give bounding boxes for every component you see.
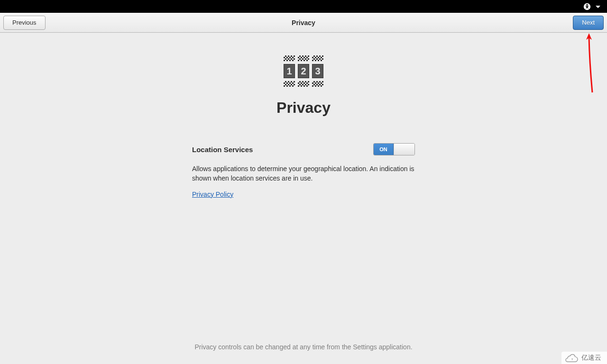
content-area: 1 2 3 Privacy Location Services ON Allow…: [0, 33, 607, 364]
digit-box: 2: [298, 64, 309, 78]
location-services-switch[interactable]: ON: [373, 143, 415, 155]
system-top-bar: [0, 0, 607, 13]
previous-button[interactable]: Previous: [3, 16, 46, 30]
location-services-label: Location Services: [192, 146, 253, 154]
settings-panel: Location Services ON Allows applications…: [192, 143, 415, 199]
footer-note: Privacy controls can be changed at any t…: [194, 343, 412, 351]
switch-on-label: ON: [374, 144, 394, 155]
switch-knob: [394, 144, 414, 155]
privacy-policy-link[interactable]: Privacy Policy: [192, 191, 233, 198]
location-services-description: Allows applications to determine your ge…: [192, 164, 415, 183]
privacy-icon: 1 2 3: [284, 55, 323, 87]
location-services-row: Location Services ON: [192, 143, 415, 155]
accessibility-icon[interactable]: [583, 3, 591, 10]
cloud-icon: Y: [565, 354, 579, 362]
watermark-text: 亿速云: [581, 354, 601, 362]
page-title: Privacy: [276, 99, 331, 117]
next-button[interactable]: Next: [573, 16, 604, 30]
digit-box: 3: [312, 64, 323, 78]
header-bar: Previous Privacy Next: [0, 13, 607, 33]
header-title: Privacy: [292, 19, 315, 27]
svg-text:Y: Y: [571, 358, 573, 361]
chevron-down-icon[interactable]: [596, 6, 600, 8]
svg-point-1: [586, 4, 588, 5]
digit-box: 1: [284, 64, 295, 78]
watermark: Y 亿速云: [561, 352, 607, 364]
